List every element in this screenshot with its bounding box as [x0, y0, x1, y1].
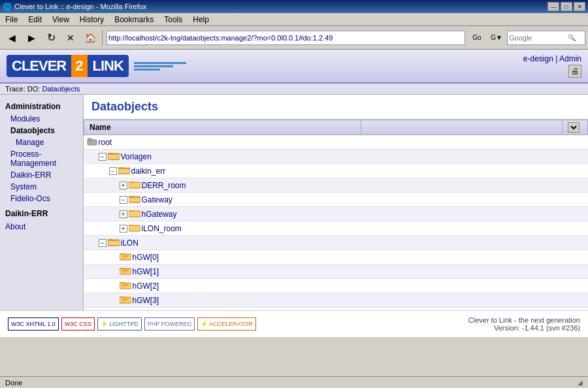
- table-row[interactable]: hGW[2]: [84, 279, 588, 293]
- svg-rect-16: [129, 225, 140, 231]
- close-button[interactable]: ✕: [574, 2, 585, 11]
- back-button[interactable]: ◀: [3, 29, 21, 47]
- expand-button[interactable]: +: [120, 182, 127, 189]
- sidebar-item-fidelio[interactable]: Fidelio-Ocs: [0, 193, 83, 204]
- breadcrumb-prefix: Trace: DO:: [5, 85, 42, 93]
- zoom-button[interactable]: G▼: [487, 29, 506, 47]
- svg-rect-31: [122, 286, 127, 287]
- sidebar-section-administration: Administration: [0, 100, 83, 113]
- search-input[interactable]: [509, 34, 568, 42]
- admin-link[interactable]: Admin: [559, 54, 581, 63]
- folder-closed-icon: [129, 223, 140, 234]
- e-design-link[interactable]: e-design: [523, 54, 553, 63]
- tree-node-label[interactable]: iLON_room: [142, 224, 182, 233]
- badge-lighttpd[interactable]: ⚡ LIGHTTPD: [97, 317, 142, 331]
- collapse-button[interactable]: −: [109, 167, 117, 175]
- collapse-button[interactable]: −: [99, 153, 106, 161]
- table-row[interactable]: −Vorlagen: [84, 150, 588, 164]
- table-row[interactable]: +hGateway: [84, 207, 588, 221]
- menu-edit[interactable]: Edit: [23, 14, 47, 25]
- sidebar-section-about[interactable]: About: [0, 220, 83, 233]
- sidebar-item-manage[interactable]: Manage: [0, 137, 83, 148]
- table-row[interactable]: hGW[4]: [84, 308, 588, 311]
- collapse-button[interactable]: −: [120, 196, 127, 204]
- site-header: CLEVER 2 LINK e-design | Admin 🖨: [0, 50, 588, 84]
- menu-help[interactable]: Help: [188, 14, 214, 25]
- table-row[interactable]: −Gateway: [84, 193, 588, 207]
- menubar: File Edit View History Bookmarks Tools H…: [0, 13, 588, 26]
- leaf-icon: [120, 295, 131, 306]
- column-dropdown[interactable]: ▼: [568, 122, 580, 133]
- collapse-button[interactable]: −: [99, 239, 106, 247]
- table-row[interactable]: hGW[0]: [84, 250, 588, 265]
- status-text: Done: [5, 379, 22, 387]
- svg-rect-27: [122, 272, 127, 272]
- table-row[interactable]: hGW[1]: [84, 265, 588, 279]
- svg-rect-22: [122, 255, 129, 257]
- svg-rect-33: [120, 297, 131, 303]
- folder-closed-icon: [129, 180, 140, 191]
- badge-w3c-css[interactable]: W3C CSS: [61, 317, 95, 331]
- folder-open-icon: [118, 165, 130, 176]
- column-header-empty: [361, 120, 563, 135]
- tree-node-label[interactable]: root: [99, 138, 112, 147]
- badge-w3c-xhtml[interactable]: W3C XHTML 1.0: [8, 317, 59, 331]
- badge-php[interactable]: PHP POWERED: [144, 317, 195, 331]
- titlebar-buttons: — □ ✕: [547, 2, 585, 11]
- tree-node-label[interactable]: hGW[1]: [133, 267, 159, 276]
- menu-bookmarks[interactable]: Bookmarks: [109, 14, 159, 25]
- titlebar-favicon: 🌐: [3, 3, 12, 11]
- sidebar-item-process-management[interactable]: Process- Management: [0, 148, 83, 169]
- search-icon[interactable]: 🔍: [568, 34, 576, 41]
- stop-button[interactable]: ✕: [61, 29, 80, 47]
- sidebar-item-system[interactable]: System: [0, 181, 83, 193]
- table-row[interactable]: root: [84, 135, 588, 150]
- tree-node-label[interactable]: daikin_err: [131, 167, 166, 176]
- table-row[interactable]: −iLON: [84, 236, 588, 250]
- tree-node-label[interactable]: hGW[0]: [133, 253, 159, 262]
- leaf-icon: [120, 251, 131, 263]
- address-input[interactable]: [108, 34, 463, 42]
- expand-button[interactable]: +: [120, 225, 127, 233]
- table-row[interactable]: +DERR_room: [84, 178, 588, 193]
- svg-rect-23: [122, 257, 127, 258]
- go-button[interactable]: Go: [468, 29, 486, 47]
- tree-node-label[interactable]: hGW[2]: [133, 282, 159, 291]
- menu-tools[interactable]: Tools: [159, 14, 188, 25]
- column-header-icon[interactable]: ▼: [563, 120, 588, 135]
- expand-button[interactable]: +: [120, 210, 127, 218]
- folder-open-icon: [129, 194, 140, 205]
- folder-open-icon: [108, 237, 120, 248]
- sidebar-item-modules[interactable]: Modules: [0, 113, 83, 125]
- menu-view[interactable]: View: [47, 14, 74, 25]
- tree-node-label[interactable]: hGateway: [142, 210, 177, 219]
- forward-button[interactable]: ▶: [22, 29, 41, 47]
- home-button[interactable]: 🏠: [81, 29, 99, 47]
- tree-node-label[interactable]: DERR_room: [142, 181, 186, 190]
- titlebar: 🌐 Clever to Link :: e-design - Mozilla F…: [0, 0, 588, 13]
- status-resize: ◢: [578, 379, 583, 386]
- toolbar-separator: [102, 30, 103, 46]
- tree-node-label[interactable]: hGW[3]: [133, 296, 159, 305]
- menu-file[interactable]: File: [0, 14, 23, 25]
- sidebar-item-dataobjects[interactable]: Dataobjects: [0, 125, 83, 137]
- table-row[interactable]: +iLON_room: [84, 221, 588, 236]
- tree-node-label[interactable]: Vorlagen: [121, 152, 152, 161]
- address-bar[interactable]: [106, 31, 465, 45]
- minimize-button[interactable]: —: [547, 2, 559, 11]
- svg-rect-29: [120, 283, 131, 289]
- table-row[interactable]: hGW[3]: [84, 293, 588, 308]
- menu-history[interactable]: History: [74, 14, 109, 25]
- breadcrumb-link[interactable]: Dataobjects: [42, 85, 80, 93]
- print-button[interactable]: 🖨: [568, 65, 581, 78]
- maximize-button[interactable]: □: [561, 2, 572, 11]
- toolbar: ◀ ▶ ↻ ✕ 🏠 Go G▼ 🔍: [0, 26, 588, 50]
- badge-accelerator[interactable]: ⚡ ACCELERATOR: [197, 317, 256, 331]
- tree-node-label[interactable]: Gateway: [142, 195, 172, 204]
- refresh-button[interactable]: ↻: [42, 29, 60, 47]
- tree-node-label[interactable]: iLON: [121, 238, 139, 248]
- tree-node-label[interactable]: hGW[4]: [133, 310, 159, 311]
- svg-rect-35: [122, 300, 127, 301]
- sidebar-item-daikin-err-admin[interactable]: Daikin-ERR: [0, 169, 83, 181]
- table-row[interactable]: −daikin_err: [84, 164, 588, 178]
